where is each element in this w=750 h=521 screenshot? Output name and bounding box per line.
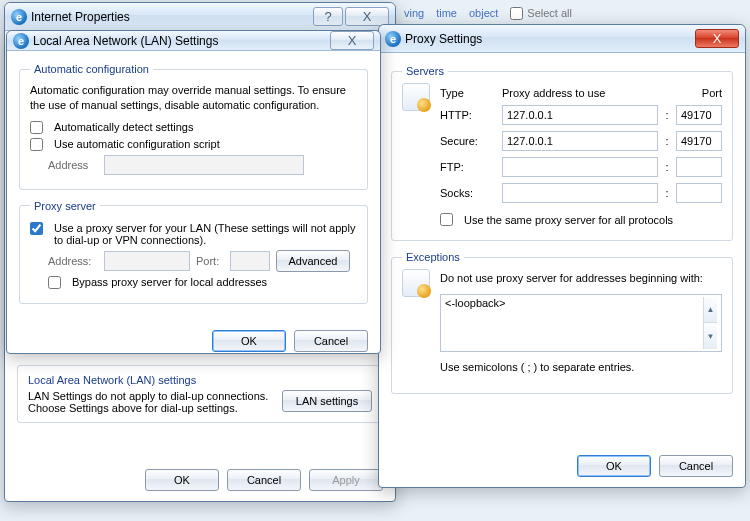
proxy-button-row: OK Cancel [379,449,745,487]
col-address: Proxy address to use [502,87,658,99]
ftp-label: FTP: [440,161,496,173]
script-address-input[interactable] [104,155,304,175]
auto-detect-label: Automatically detect settings [54,121,193,133]
exceptions-icon [402,269,430,297]
apply-button[interactable]: Apply [309,469,383,491]
cancel-button[interactable]: Cancel [227,469,301,491]
same-proxy-checkbox[interactable] [440,213,453,226]
spin-down-icon[interactable]: ▼ [704,323,717,349]
ok-button[interactable]: OK [577,455,651,477]
lan-settings-window: Local Area Network (LAN) Settings X Auto… [6,30,381,354]
bypass-local-label: Bypass proxy server for local addresses [72,276,267,288]
col-port: Port [676,87,722,99]
ribbon-item: ving [404,7,424,19]
secure-address-input[interactable] [502,131,658,151]
ip-titlebar[interactable]: Internet Properties ? X [5,3,395,31]
ie-icon [11,9,27,25]
select-all-checkbox[interactable] [510,7,523,20]
exceptions-textarea[interactable]: <-loopback> ▲ ▼ [440,294,722,352]
exceptions-desc: Do not use proxy server for addresses be… [440,271,722,286]
lan-titlebar[interactable]: Local Area Network (LAN) Settings X [7,31,380,51]
cancel-button[interactable]: Cancel [659,455,733,477]
servers-group: Servers Type Proxy address to use Port H… [391,65,733,241]
exceptions-hint: Use semicolons ( ; ) to separate entries… [440,360,722,375]
exceptions-legend: Exceptions [402,251,464,263]
lan-section-desc: LAN Settings do not apply to dial-up con… [28,390,274,414]
proxy-address-input[interactable] [104,251,190,271]
servers-legend: Servers [402,65,448,77]
lan-button-row: OK Cancel [7,324,380,362]
ie-icon [13,33,29,49]
ok-button[interactable]: OK [212,330,286,352]
socks-port-input[interactable] [676,183,722,203]
use-proxy-label: Use a proxy server for your LAN (These s… [54,222,357,246]
proxy-title: Proxy Settings [401,32,693,46]
secure-port-input[interactable] [676,131,722,151]
auto-script-checkbox[interactable] [30,138,43,151]
proxy-address-label: Address: [48,255,98,267]
background-ribbon: ving time object Select all [398,2,748,24]
proxy-titlebar[interactable]: Proxy Settings X [379,25,745,53]
lan-title: Local Area Network (LAN) Settings [29,34,328,48]
socks-label: Socks: [440,187,496,199]
exceptions-value: <-loopback> [445,297,703,349]
spin-up-icon[interactable]: ▲ [704,297,717,324]
col-type: Type [440,87,496,99]
help-button[interactable]: ? [313,7,343,26]
ie-icon [385,31,401,47]
ftp-port-input[interactable] [676,157,722,177]
lan-section-header: Local Area Network (LAN) settings [28,374,372,386]
proxy-port-label: Port: [196,255,224,267]
use-proxy-checkbox[interactable] [30,222,43,235]
lan-settings-button[interactable]: LAN settings [282,390,372,412]
auto-detect-checkbox[interactable] [30,121,43,134]
close-button[interactable]: X [695,29,739,48]
auto-config-desc: Automatic configuration may override man… [30,83,357,113]
socks-address-input[interactable] [502,183,658,203]
servers-icon [402,83,430,111]
advanced-button[interactable]: Advanced [276,250,350,272]
ribbon-item: time [436,7,457,19]
auto-config-legend: Automatic configuration [30,63,153,75]
ip-button-row: OK Cancel Apply [5,463,395,501]
bypass-local-checkbox[interactable] [48,276,61,289]
scroll-spinner[interactable]: ▲ ▼ [703,297,717,349]
lan-section: Local Area Network (LAN) settings LAN Se… [17,365,383,423]
ribbon-select-all[interactable]: Select all [510,7,572,20]
proxy-server-legend: Proxy server [30,200,100,212]
exceptions-group: Exceptions Do not use proxy server for a… [391,251,733,394]
ok-button[interactable]: OK [145,469,219,491]
same-proxy-label: Use the same proxy server for all protoc… [464,214,673,226]
http-label: HTTP: [440,109,496,121]
cancel-button[interactable]: Cancel [294,330,368,352]
ip-title: Internet Properties [27,10,311,24]
auto-script-label: Use automatic configuration script [54,138,220,150]
select-all-label: Select all [527,7,572,19]
ftp-address-input[interactable] [502,157,658,177]
secure-label: Secure: [440,135,496,147]
proxy-settings-window: Proxy Settings X Servers Type Proxy addr… [378,24,746,488]
close-button[interactable]: X [330,31,374,50]
http-address-input[interactable] [502,105,658,125]
proxy-port-input[interactable] [230,251,270,271]
http-port-input[interactable] [676,105,722,125]
automatic-configuration-group: Automatic configuration Automatic config… [19,63,368,190]
ribbon-item: object [469,7,498,19]
proxy-server-group: Proxy server Use a proxy server for your… [19,200,368,304]
address-label: Address [48,159,98,171]
